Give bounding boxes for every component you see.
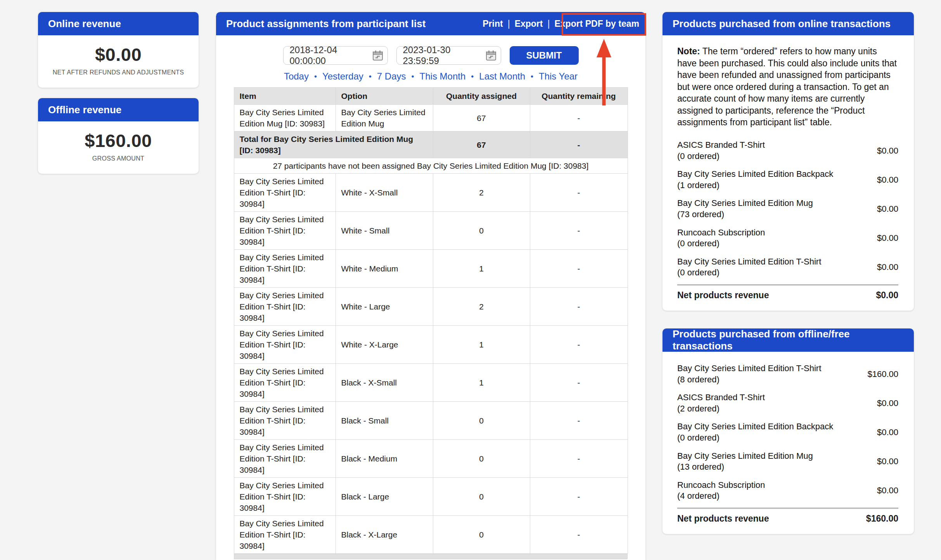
cell-unassigned-note: 27 participants have not been assigned B… xyxy=(234,158,628,174)
offline-net-revenue-label: Net products revenue xyxy=(677,513,769,524)
table-row: Bay City Series Limited Edition T-Shirt … xyxy=(234,212,628,250)
offline-revenue-body: $160.00 GROSS AMOUNT xyxy=(38,121,199,174)
cell-quantity-assigned: 0 xyxy=(433,440,530,478)
product-ordered-count: (0 ordered) xyxy=(677,151,765,162)
date-to-input[interactable]: 2023-01-30 23:59:59 xyxy=(396,46,501,65)
action-export[interactable]: Export xyxy=(515,19,543,29)
online-products-list: ASICS Branded T-Shirt(0 ordered)$0.00Bay… xyxy=(677,136,898,282)
cell-item: Bay City Series Limited Edition T-Shirt … xyxy=(234,402,336,440)
quick-date-links: Today•Yesterday•7 Days•This Month•Last M… xyxy=(216,71,645,82)
product-row: Bay City Series Limited Edition Backpack… xyxy=(677,165,898,194)
cell-total-label: Total for Bay City Series Limited Editio… xyxy=(234,131,433,158)
product-name: Bay City Series Limited Edition T-Shirt xyxy=(677,363,821,374)
product-info: Bay City Series Limited Edition Backpack… xyxy=(677,421,839,443)
online-revenue-caption: NET AFTER REFUNDS AND ADJUSTMENTS xyxy=(44,69,192,76)
quick-link-yesterday[interactable]: Yesterday xyxy=(322,71,363,82)
offline-products-list: Bay City Series Limited Edition T-Shirt(… xyxy=(677,360,898,505)
product-row: Runcoach Subscription(4 ordered)$0.00 xyxy=(677,476,898,505)
product-amount: $160.00 xyxy=(867,369,898,379)
offline-net-revenue-row: Net products revenue $160.00 xyxy=(677,508,898,525)
offline-revenue-card: Offline revenue $160.00 GROSS AMOUNT xyxy=(38,98,199,174)
offline-products-header: Products purchased from offline/free tra… xyxy=(663,328,914,352)
cell-quantity-assigned: 1 xyxy=(433,326,530,364)
product-name: Runcoach Subscription xyxy=(677,480,765,491)
calendar-icon[interactable] xyxy=(372,50,384,61)
pipe-separator: | xyxy=(508,19,510,29)
cell-option: White - Medium xyxy=(336,250,433,288)
table-row: Bay City Series Limited Edition T-Shirt … xyxy=(234,288,628,326)
table-row: Bay City Series Limited Edition T-Shirt … xyxy=(234,440,628,478)
online-revenue-title: Online revenue xyxy=(48,18,121,30)
cell-quantity-remaining: - xyxy=(530,212,628,250)
cell-quantity-remaining: - xyxy=(530,105,628,131)
cell-quantity-remaining: - xyxy=(530,174,628,212)
product-name: Bay City Series Limited Edition Backpack xyxy=(677,421,833,432)
quick-link-7-days[interactable]: 7 Days xyxy=(377,71,406,82)
product-ordered-count: (13 ordered) xyxy=(677,461,813,473)
bullet-separator: • xyxy=(471,72,474,81)
product-assignments-header: Product assignments from participant lis… xyxy=(216,12,645,35)
action-export-pdf-by-team[interactable]: Export PDF by team xyxy=(554,19,639,29)
product-ordered-count: (0 ordered) xyxy=(677,238,765,249)
cell-item: Bay City Series Limited Edition T-Shirt … xyxy=(234,440,336,478)
offline-revenue-amount: $160.00 xyxy=(44,130,192,151)
product-info: ASICS Branded T-Shirt(0 ordered) xyxy=(677,140,770,162)
product-ordered-count: (0 ordered) xyxy=(677,267,821,278)
cell-option: Black - X-Large xyxy=(336,516,433,554)
product-info: Bay City Series Limited Edition Mug(73 o… xyxy=(677,198,818,220)
product-ordered-count: (1 ordered) xyxy=(677,180,833,191)
cell-item: Bay City Series Limited Edition T-Shirt … xyxy=(234,364,336,402)
product-row: ASICS Branded T-Shirt(2 ordered)$0.00 xyxy=(677,389,898,418)
action-print[interactable]: Print xyxy=(483,19,503,29)
online-products-card: Products purchased from online transacti… xyxy=(663,12,914,311)
quick-link-this-month[interactable]: This Month xyxy=(420,71,466,82)
cell-quantity-remaining: - xyxy=(530,250,628,288)
assignments-actions: Print|Export|Export PDF by team xyxy=(483,19,639,29)
cell-quantity-assigned: 1 xyxy=(433,250,530,288)
column-header-quantity-remaining: Quantity remaining xyxy=(530,88,628,105)
product-row: Bay City Series Limited Edition T-Shirt(… xyxy=(677,360,898,389)
note-text: The term “ordered” refers to how many un… xyxy=(677,46,897,127)
bullet-separator: • xyxy=(369,72,372,81)
submit-button[interactable]: SUBMIT xyxy=(510,46,579,65)
table-row: Bay City Series Limited Edition T-Shirt … xyxy=(234,402,628,440)
online-net-revenue-amount: $0.00 xyxy=(876,290,898,301)
cell-option: Black - Small xyxy=(336,402,433,440)
table-row: Bay City Series Limited Edition T-Shirt … xyxy=(234,250,628,288)
product-info: Bay City Series Limited Edition Mug(13 o… xyxy=(677,451,818,473)
offline-products-body: Bay City Series Limited Edition T-Shirt(… xyxy=(663,352,914,534)
product-amount: $0.00 xyxy=(877,486,898,496)
cell-option: White - Small xyxy=(336,212,433,250)
table-total-row: Total for Bay City Series Limited Editio… xyxy=(234,131,628,158)
quick-link-this-year[interactable]: This Year xyxy=(539,71,578,82)
online-net-revenue-label: Net products revenue xyxy=(677,290,769,301)
cell-quantity-remaining: - xyxy=(530,402,628,440)
product-ordered-count: (4 ordered) xyxy=(677,491,765,502)
product-row: Bay City Series Limited Edition Backpack… xyxy=(677,418,898,447)
online-net-revenue-row: Net products revenue $0.00 xyxy=(677,284,898,301)
product-info: Runcoach Subscription(4 ordered) xyxy=(677,480,770,502)
product-name: ASICS Branded T-Shirt xyxy=(677,140,765,151)
cell-quantity-assigned: 0 xyxy=(433,402,530,440)
product-name: ASICS Branded T-Shirt xyxy=(677,392,765,403)
cell-quantity-remaining: - xyxy=(530,326,628,364)
quick-link-last-month[interactable]: Last Month xyxy=(479,71,525,82)
product-info: ASICS Branded T-Shirt(2 ordered) xyxy=(677,392,770,414)
note-label: Note: xyxy=(677,46,700,56)
column-header-quantity-assigned: Quantity assigned xyxy=(433,88,530,105)
table-row: Bay City Series Limited Edition T-Shirt … xyxy=(234,478,628,516)
quick-link-today[interactable]: Today xyxy=(284,71,309,82)
cell-quantity-remaining: - xyxy=(530,288,628,326)
product-info: Bay City Series Limited Edition Backpack… xyxy=(677,169,839,191)
calendar-icon[interactable] xyxy=(485,50,497,61)
online-products-body: Note: The term “ordered” refers to how m… xyxy=(663,35,914,311)
date-from-value: 2018-12-04 00:00:00 xyxy=(290,45,372,66)
date-from-input[interactable]: 2018-12-04 00:00:00 xyxy=(283,46,388,65)
offline-products-title: Products purchased from offline/free tra… xyxy=(673,328,904,352)
ordered-note: Note: The term “ordered” refers to how m… xyxy=(677,45,898,128)
bullet-separator: • xyxy=(314,72,317,81)
cell-quantity-remaining: - xyxy=(530,440,628,478)
online-revenue-body: $0.00 NET AFTER REFUNDS AND ADJUSTMENTS xyxy=(38,35,199,88)
product-amount: $0.00 xyxy=(877,456,898,467)
product-row: Bay City Series Limited Edition Mug(73 o… xyxy=(677,194,898,223)
